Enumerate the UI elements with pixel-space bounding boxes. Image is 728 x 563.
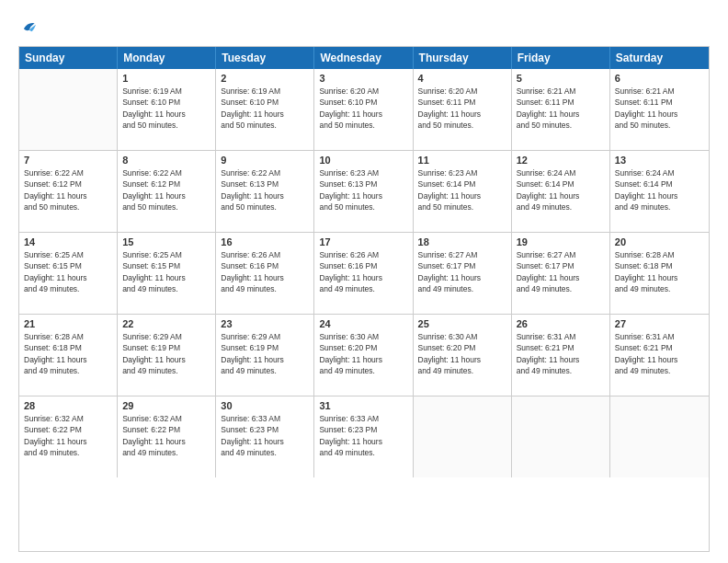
calendar-cell-14: 14Sunrise: 6:25 AMSunset: 6:15 PMDayligh… bbox=[19, 233, 118, 314]
calendar-cell-2: 2Sunrise: 6:19 AMSunset: 6:10 PMDaylight… bbox=[216, 69, 314, 150]
day-info: Sunrise: 6:33 AMSunset: 6:23 PMDaylight:… bbox=[221, 413, 309, 458]
calendar-header-wednesday: Wednesday bbox=[314, 47, 413, 69]
calendar-cell-9: 9Sunrise: 6:22 AMSunset: 6:13 PMDaylight… bbox=[216, 151, 314, 232]
calendar-cell-15: 15Sunrise: 6:25 AMSunset: 6:15 PMDayligh… bbox=[118, 233, 216, 314]
day-number: 4 bbox=[418, 73, 506, 84]
day-number: 7 bbox=[24, 155, 112, 166]
day-info: Sunrise: 6:27 AMSunset: 6:17 PMDaylight:… bbox=[418, 249, 506, 294]
calendar-header-thursday: Thursday bbox=[414, 47, 512, 69]
day-number: 10 bbox=[319, 155, 407, 166]
day-number: 1 bbox=[122, 73, 210, 84]
calendar-cell-29: 29Sunrise: 6:32 AMSunset: 6:22 PMDayligh… bbox=[118, 396, 216, 477]
logo-bird-icon bbox=[18, 17, 39, 37]
day-number: 12 bbox=[517, 155, 605, 166]
day-number: 15 bbox=[122, 236, 210, 247]
day-number: 2 bbox=[221, 73, 309, 84]
day-info: Sunrise: 6:24 AMSunset: 6:14 PMDaylight:… bbox=[517, 167, 605, 213]
calendar-week-5: 28Sunrise: 6:32 AMSunset: 6:22 PMDayligh… bbox=[19, 396, 709, 477]
day-number: 20 bbox=[615, 236, 704, 247]
calendar-header-friday: Friday bbox=[512, 47, 610, 69]
day-number: 30 bbox=[221, 400, 309, 411]
day-number: 31 bbox=[319, 400, 407, 411]
day-info: Sunrise: 6:29 AMSunset: 6:19 PMDaylight:… bbox=[122, 331, 210, 376]
day-info: Sunrise: 6:32 AMSunset: 6:22 PMDaylight:… bbox=[24, 413, 112, 458]
calendar-header-monday: Monday bbox=[118, 47, 216, 69]
calendar-body: 1Sunrise: 6:19 AMSunset: 6:10 PMDaylight… bbox=[19, 69, 709, 477]
logo bbox=[18, 17, 42, 37]
calendar-header-tuesday: Tuesday bbox=[216, 47, 314, 69]
day-number: 24 bbox=[319, 318, 407, 329]
day-info: Sunrise: 6:31 AMSunset: 6:21 PMDaylight:… bbox=[615, 331, 704, 376]
calendar: SundayMondayTuesdayWednesdayThursdayFrid… bbox=[18, 46, 710, 552]
calendar-header-sunday: Sunday bbox=[19, 47, 118, 69]
day-number: 9 bbox=[221, 155, 309, 166]
day-info: Sunrise: 6:27 AMSunset: 6:17 PMDaylight:… bbox=[517, 249, 605, 294]
calendar-cell-empty-6 bbox=[610, 396, 709, 477]
calendar-cell-10: 10Sunrise: 6:23 AMSunset: 6:13 PMDayligh… bbox=[314, 151, 413, 232]
calendar-cell-22: 22Sunrise: 6:29 AMSunset: 6:19 PMDayligh… bbox=[118, 315, 216, 396]
day-info: Sunrise: 6:30 AMSunset: 6:20 PMDaylight:… bbox=[418, 331, 506, 376]
day-info: Sunrise: 6:22 AMSunset: 6:13 PMDaylight:… bbox=[221, 167, 309, 213]
day-info: Sunrise: 6:20 AMSunset: 6:10 PMDaylight:… bbox=[319, 86, 407, 131]
calendar-cell-empty-4 bbox=[414, 396, 512, 477]
calendar-cell-18: 18Sunrise: 6:27 AMSunset: 6:17 PMDayligh… bbox=[414, 233, 512, 314]
day-info: Sunrise: 6:28 AMSunset: 6:18 PMDaylight:… bbox=[24, 331, 112, 376]
day-number: 28 bbox=[24, 400, 112, 411]
day-number: 22 bbox=[122, 318, 210, 329]
calendar-cell-23: 23Sunrise: 6:29 AMSunset: 6:19 PMDayligh… bbox=[216, 315, 314, 396]
calendar-header-row: SundayMondayTuesdayWednesdayThursdayFrid… bbox=[19, 47, 709, 69]
calendar-cell-30: 30Sunrise: 6:33 AMSunset: 6:23 PMDayligh… bbox=[216, 396, 314, 477]
day-number: 5 bbox=[517, 73, 605, 84]
calendar-cell-8: 8Sunrise: 6:22 AMSunset: 6:12 PMDaylight… bbox=[118, 151, 216, 232]
day-info: Sunrise: 6:22 AMSunset: 6:12 PMDaylight:… bbox=[24, 167, 112, 213]
calendar-cell-28: 28Sunrise: 6:32 AMSunset: 6:22 PMDayligh… bbox=[19, 396, 118, 477]
day-info: Sunrise: 6:31 AMSunset: 6:21 PMDaylight:… bbox=[517, 331, 605, 376]
day-info: Sunrise: 6:26 AMSunset: 6:16 PMDaylight:… bbox=[221, 249, 309, 294]
calendar-cell-24: 24Sunrise: 6:30 AMSunset: 6:20 PMDayligh… bbox=[314, 315, 413, 396]
day-info: Sunrise: 6:19 AMSunset: 6:10 PMDaylight:… bbox=[221, 86, 309, 131]
calendar-cell-empty-5 bbox=[512, 396, 610, 477]
calendar-cell-4: 4Sunrise: 6:20 AMSunset: 6:11 PMDaylight… bbox=[414, 69, 512, 150]
calendar-week-4: 21Sunrise: 6:28 AMSunset: 6:18 PMDayligh… bbox=[19, 315, 709, 396]
page: SundayMondayTuesdayWednesdayThursdayFrid… bbox=[0, 0, 728, 563]
calendar-week-2: 7Sunrise: 6:22 AMSunset: 6:12 PMDaylight… bbox=[19, 151, 709, 233]
day-number: 26 bbox=[517, 318, 605, 329]
calendar-cell-19: 19Sunrise: 6:27 AMSunset: 6:17 PMDayligh… bbox=[512, 233, 610, 314]
day-info: Sunrise: 6:29 AMSunset: 6:19 PMDaylight:… bbox=[221, 331, 309, 376]
day-info: Sunrise: 6:20 AMSunset: 6:11 PMDaylight:… bbox=[418, 86, 506, 131]
day-number: 8 bbox=[122, 155, 210, 166]
calendar-cell-31: 31Sunrise: 6:33 AMSunset: 6:23 PMDayligh… bbox=[314, 396, 413, 477]
calendar-cell-25: 25Sunrise: 6:30 AMSunset: 6:20 PMDayligh… bbox=[414, 315, 512, 396]
day-number: 6 bbox=[615, 73, 704, 84]
calendar-cell-empty-0 bbox=[19, 69, 118, 150]
day-number: 25 bbox=[418, 318, 506, 329]
calendar-cell-12: 12Sunrise: 6:24 AMSunset: 6:14 PMDayligh… bbox=[512, 151, 610, 232]
day-number: 13 bbox=[615, 155, 704, 166]
day-info: Sunrise: 6:21 AMSunset: 6:11 PMDaylight:… bbox=[615, 86, 704, 131]
day-number: 23 bbox=[221, 318, 309, 329]
day-info: Sunrise: 6:24 AMSunset: 6:14 PMDaylight:… bbox=[615, 167, 704, 213]
calendar-cell-27: 27Sunrise: 6:31 AMSunset: 6:21 PMDayligh… bbox=[610, 315, 709, 396]
day-number: 29 bbox=[122, 400, 210, 411]
day-info: Sunrise: 6:26 AMSunset: 6:16 PMDaylight:… bbox=[319, 249, 407, 294]
day-info: Sunrise: 6:25 AMSunset: 6:15 PMDaylight:… bbox=[122, 249, 210, 294]
calendar-cell-1: 1Sunrise: 6:19 AMSunset: 6:10 PMDaylight… bbox=[118, 69, 216, 150]
calendar-week-1: 1Sunrise: 6:19 AMSunset: 6:10 PMDaylight… bbox=[19, 69, 709, 151]
day-number: 3 bbox=[319, 73, 407, 84]
header bbox=[18, 17, 710, 37]
calendar-cell-21: 21Sunrise: 6:28 AMSunset: 6:18 PMDayligh… bbox=[19, 315, 118, 396]
calendar-cell-13: 13Sunrise: 6:24 AMSunset: 6:14 PMDayligh… bbox=[610, 151, 709, 232]
calendar-header-saturday: Saturday bbox=[610, 47, 709, 69]
day-number: 21 bbox=[24, 318, 112, 329]
day-info: Sunrise: 6:32 AMSunset: 6:22 PMDaylight:… bbox=[122, 413, 210, 458]
day-info: Sunrise: 6:22 AMSunset: 6:12 PMDaylight:… bbox=[122, 167, 210, 213]
day-number: 14 bbox=[24, 236, 112, 247]
day-info: Sunrise: 6:33 AMSunset: 6:23 PMDaylight:… bbox=[319, 413, 407, 458]
day-number: 27 bbox=[615, 318, 704, 329]
day-info: Sunrise: 6:25 AMSunset: 6:15 PMDaylight:… bbox=[24, 249, 112, 294]
day-info: Sunrise: 6:23 AMSunset: 6:13 PMDaylight:… bbox=[319, 167, 407, 213]
day-number: 11 bbox=[418, 155, 506, 166]
calendar-cell-26: 26Sunrise: 6:31 AMSunset: 6:21 PMDayligh… bbox=[512, 315, 610, 396]
day-info: Sunrise: 6:30 AMSunset: 6:20 PMDaylight:… bbox=[319, 331, 407, 376]
calendar-cell-20: 20Sunrise: 6:28 AMSunset: 6:18 PMDayligh… bbox=[610, 233, 709, 314]
